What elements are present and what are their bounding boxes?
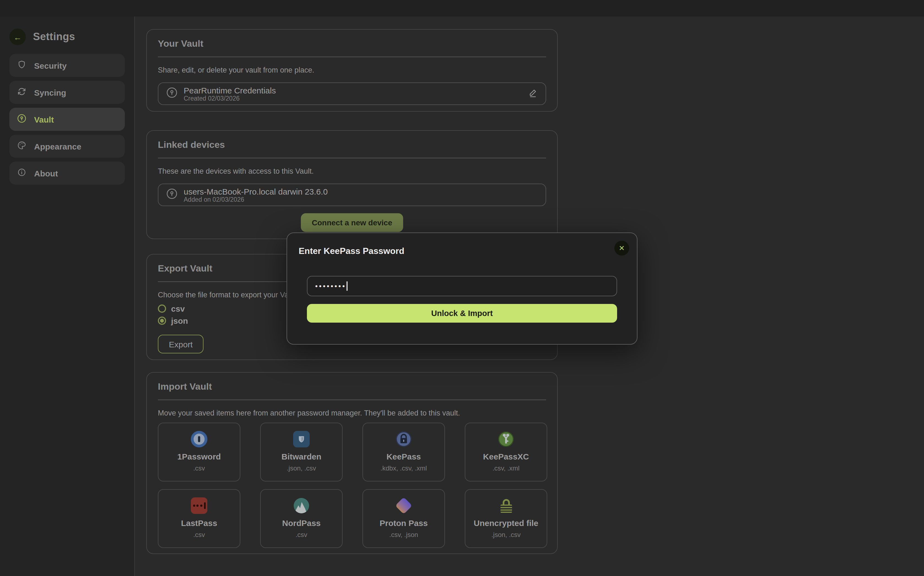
tile-formats: .kdbx, .csv, .xml [380, 464, 427, 472]
import-vault-title: Import Vault [158, 381, 546, 392]
your-vault-card: Your Vault Share, edit, or delete your v… [146, 29, 558, 112]
divider [158, 158, 546, 158]
export-format-option-csv[interactable]: csv [158, 304, 185, 313]
tile-formats: .csv [193, 531, 205, 539]
password-masked-value: •••••••• [315, 283, 346, 290]
device-row: users-MacBook-Pro.local darwin 23.6.0 Ad… [158, 184, 546, 206]
tile-formats: .json, .csv [491, 531, 521, 539]
tile-name: Proton Pass [380, 518, 428, 528]
radio-label: json [171, 316, 188, 325]
sidebar-item-about[interactable]: About [10, 162, 125, 185]
pencil-edit-icon [528, 88, 538, 100]
tile-name: LastPass [181, 518, 217, 528]
close-button[interactable]: ✕ [614, 241, 629, 256]
linked-devices-title: Linked devices [158, 139, 546, 150]
keepass-password-dialog: ✕ Enter KeePass Password •••••••• Unlock… [287, 232, 637, 345]
device-added-date: Added on 02/03/2026 [184, 196, 328, 203]
radio-selected-icon [158, 317, 166, 325]
linked-devices-card: Linked devices These are the devices wit… [146, 130, 558, 239]
import-vault-card: Import Vault Move your saved items here … [146, 372, 558, 554]
app-window: ← Settings Security Syncing Vau [0, 0, 924, 576]
import-tile-unencrypted-file[interactable]: Unencrypted file .json, .csv [465, 489, 547, 548]
import-source-grid: 1Password .csv Bitwarden .json, .csv [158, 422, 546, 548]
window-title-bar [0, 0, 924, 16]
unlock-import-button[interactable]: Unlock & Import [307, 304, 617, 323]
import-vault-description: Move your saved items here from another … [158, 409, 546, 417]
keepassxc-icon [498, 430, 514, 448]
tile-name: 1Password [177, 452, 221, 461]
import-tile-protonpass[interactable]: Proton Pass .csv, .json [363, 489, 445, 548]
tile-name: KeePassXC [483, 452, 529, 461]
back-arrow-icon: ← [13, 32, 22, 42]
info-icon [17, 168, 26, 179]
linked-devices-description: These are the devices with access to thi… [158, 167, 546, 175]
key-circle-icon [166, 188, 178, 202]
sidebar-item-syncing[interactable]: Syncing [10, 81, 125, 104]
palette-icon [17, 141, 26, 152]
bitwarden-icon [293, 430, 310, 448]
sidebar-header: ← Settings [0, 16, 134, 54]
edit-vault-button[interactable] [528, 88, 538, 100]
protonpass-icon [398, 497, 410, 514]
sync-icon [17, 87, 26, 98]
divider [158, 400, 546, 400]
tile-formats: .json, .csv [287, 464, 316, 472]
tile-formats: .csv [296, 531, 308, 539]
tile-name: NordPass [282, 518, 321, 528]
tile-formats: .csv, .json [390, 531, 418, 539]
radio-unselected-icon [158, 304, 166, 313]
tile-formats: .csv [193, 464, 205, 472]
tile-name: KeePass [387, 452, 421, 461]
sidebar-item-security[interactable]: Security [10, 54, 125, 77]
close-icon: ✕ [619, 244, 625, 252]
password-input[interactable]: •••••••• [307, 276, 617, 296]
key-circle-icon [17, 114, 26, 125]
sidebar-item-label: Security [34, 61, 67, 70]
sidebar-item-label: Syncing [34, 88, 66, 97]
page-title: Settings [33, 31, 75, 43]
connect-new-device-button[interactable]: Connect a new device [301, 213, 403, 232]
export-button[interactable]: Export [158, 335, 204, 354]
sidebar-item-label: About [34, 168, 58, 178]
sidebar-nav: Security Syncing Vault Appearance [0, 54, 134, 185]
import-tile-bitwarden[interactable]: Bitwarden .json, .csv [260, 422, 343, 482]
1password-icon [191, 430, 207, 448]
import-tile-1password[interactable]: 1Password .csv [158, 422, 241, 482]
text-cursor [347, 282, 348, 291]
vault-item-row: PearRuntime Credentials Created 02/03/20… [158, 82, 546, 105]
key-circle-icon [166, 87, 178, 101]
export-format-option-json[interactable]: json [158, 316, 188, 325]
your-vault-description: Share, edit, or delete your vault from o… [158, 66, 546, 74]
dialog-title: Enter KeePass Password [298, 246, 626, 256]
import-tile-keepassxc[interactable]: KeePassXC .csv, .xml [465, 422, 547, 482]
import-tile-keepass[interactable]: KeePass .kdbx, .csv, .xml [363, 422, 445, 482]
vault-name: PearRuntime Credentials [184, 85, 276, 95]
device-name: users-MacBook-Pro.local darwin 23.6.0 [184, 187, 328, 196]
import-tile-nordpass[interactable]: NordPass .csv [260, 489, 343, 548]
tile-name: Unencrypted file [473, 518, 538, 528]
sidebar-item-label: Appearance [34, 142, 82, 151]
sidebar-item-vault[interactable]: Vault [10, 108, 125, 131]
keepass-icon [395, 430, 412, 448]
back-button[interactable]: ← [10, 29, 26, 45]
lastpass-icon [191, 497, 207, 514]
shield-icon [17, 60, 26, 71]
radio-label: csv [171, 304, 185, 313]
tile-name: Bitwarden [281, 452, 321, 461]
unencrypted-lock-icon [500, 497, 512, 514]
settings-sidebar: ← Settings Security Syncing Vau [0, 16, 135, 576]
sidebar-item-label: Vault [34, 115, 54, 124]
import-tile-lastpass[interactable]: LastPass .csv [158, 489, 241, 548]
sidebar-item-appearance[interactable]: Appearance [10, 134, 125, 158]
vault-created-date: Created 02/03/2026 [184, 95, 276, 102]
nordpass-icon [293, 497, 310, 514]
your-vault-title: Your Vault [158, 38, 546, 50]
divider [158, 57, 546, 57]
tile-formats: .csv, .xml [492, 464, 520, 472]
